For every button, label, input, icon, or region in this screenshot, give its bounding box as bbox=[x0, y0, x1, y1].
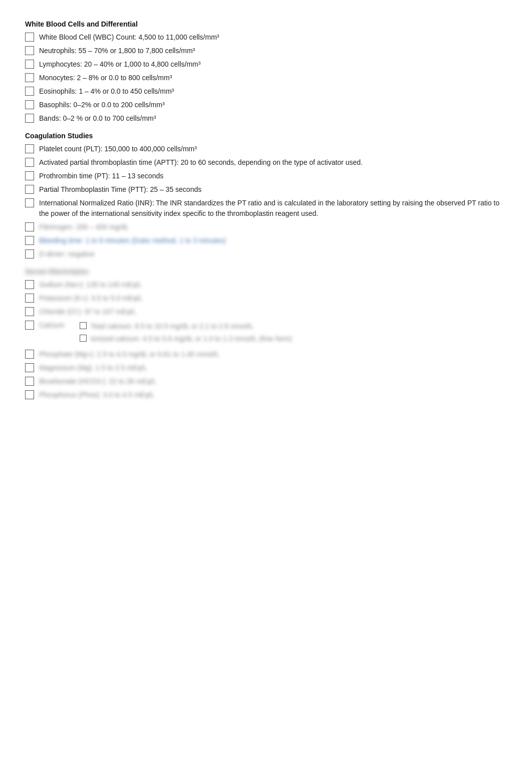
bullet-icon bbox=[25, 294, 34, 303]
sub-list-item: Ionized calcium: 4.5 to 5.6 mg/dL or 1.0… bbox=[80, 334, 507, 344]
list-item: International Normalized Ratio (INR): Th… bbox=[25, 198, 507, 219]
wbc-list: White Blood Cell (WBC) Count: 4,500 to 1… bbox=[25, 32, 507, 124]
bullet-icon bbox=[25, 280, 34, 289]
item-text: Lymphocytes: 20 – 40% or 1,000 to 4,800 … bbox=[39, 59, 507, 70]
item-text-blurred: Ionized calcium: 4.5 to 5.6 mg/dL or 1.0… bbox=[91, 334, 507, 344]
bullet-icon bbox=[25, 363, 34, 372]
item-text-blurred: Phosphate (Mg+): 2.5 to 4.5 mg/dL or 0.8… bbox=[39, 349, 507, 360]
list-item: Neutrophils: 55 – 70% or 1,800 to 7,800 … bbox=[25, 46, 507, 56]
item-text: Bands: 0–2 % or 0.0 to 700 cells/mm³ bbox=[39, 113, 507, 124]
bullet-icon bbox=[25, 307, 34, 316]
bullet-icon bbox=[25, 377, 34, 386]
blurred-list: Sodium (Na+): 135 to 145 mEq/L Potassium… bbox=[25, 280, 507, 400]
bullet-icon bbox=[25, 350, 34, 359]
list-item: Sodium (Na+): 135 to 145 mEq/L bbox=[25, 280, 507, 290]
item-text: White Blood Cell (WBC) Count: 4,500 to 1… bbox=[39, 32, 507, 43]
list-item: Platelet count (PLT): 150,000 to 400,000… bbox=[25, 144, 507, 154]
item-text: Prothrombin time (PT): 11 – 13 seconds bbox=[39, 171, 507, 181]
list-item: Fibrinogen: 200 – 400 mg/dL bbox=[25, 222, 507, 232]
sub-list-item: Total calcium: 8.5 to 10.5 mg/dL or 2.1 … bbox=[80, 321, 507, 332]
list-item: Phosphorus (Phos): 3.0 to 4.5 mEq/L bbox=[25, 390, 507, 400]
item-text: Partial Thromboplastin Time (PTT): 25 – … bbox=[39, 184, 507, 195]
list-item: Chloride (Cl-): 97 to 107 mEq/L bbox=[25, 307, 507, 317]
item-text-blurred: Potassium (K+): 3.5 to 5.0 mEq/L bbox=[39, 293, 507, 304]
coag-section: Coagulation Studies Platelet count (PLT)… bbox=[25, 132, 507, 259]
item-text-blurred: Chloride (Cl-): 97 to 107 mEq/L bbox=[39, 307, 507, 317]
bullet-icon bbox=[25, 114, 34, 123]
item-text-blurred: Sodium (Na+): 135 to 145 mEq/L bbox=[39, 280, 507, 290]
bullet-icon bbox=[25, 236, 34, 245]
bullet-icon bbox=[25, 60, 34, 69]
item-text-blurred: Phosphorus (Phos): 3.0 to 4.5 mEq/L bbox=[39, 390, 507, 400]
bullet-icon bbox=[25, 222, 34, 231]
coag-section-title: Coagulation Studies bbox=[25, 132, 507, 140]
bullet-icon bbox=[25, 46, 34, 55]
wbc-section: White Blood Cells and Differential White… bbox=[25, 20, 507, 124]
list-item: Bands: 0–2 % or 0.0 to 700 cells/mm³ bbox=[25, 113, 507, 124]
bullet-icon bbox=[25, 144, 34, 153]
list-item: White Blood Cell (WBC) Count: 4,500 to 1… bbox=[25, 32, 507, 43]
bullet-icon bbox=[25, 87, 34, 96]
item-text: International Normalized Ratio (INR): Th… bbox=[39, 198, 507, 219]
item-text-blurred: Bicarbonate (HCO3-): 22 to 26 mEq/L bbox=[39, 376, 507, 387]
blurred-section-title: Serum Electrolytes bbox=[25, 268, 89, 276]
bullet-icon bbox=[25, 390, 34, 399]
item-text-blurred: Magnesium (Mg): 1.5 to 2.5 mEq/L bbox=[39, 363, 507, 373]
bullet-icon bbox=[25, 185, 34, 194]
item-text-blurred: Fibrinogen: 200 – 400 mg/dL bbox=[39, 222, 507, 232]
item-text: Basophils: 0–2% or 0.0 to 200 cells/mm³ bbox=[39, 100, 507, 110]
item-text: Eosinophils: 1 – 4% or 0.0 to 450 cells/… bbox=[39, 86, 507, 97]
item-text-blurred: Total calcium: 8.5 to 10.5 mg/dL or 2.1 … bbox=[91, 321, 507, 332]
bullet-icon bbox=[25, 73, 34, 82]
list-item: Bleeding time: 1 to 9 minutes (Duke meth… bbox=[25, 235, 507, 246]
bullet-icon bbox=[25, 321, 34, 330]
bullet-icon bbox=[25, 100, 34, 109]
list-item: Lymphocytes: 20 – 40% or 1,000 to 4,800 … bbox=[25, 59, 507, 70]
wbc-section-title: White Blood Cells and Differential bbox=[25, 20, 507, 28]
list-item: Activated partial thromboplastin time (A… bbox=[25, 157, 507, 168]
bullet-icon bbox=[25, 158, 34, 167]
list-item: Eosinophils: 1 – 4% or 0.0 to 450 cells/… bbox=[25, 86, 507, 97]
item-text-blurred-blue: Bleeding time: 1 to 9 minutes (Duke meth… bbox=[39, 235, 507, 246]
item-text: Platelet count (PLT): 150,000 to 400,000… bbox=[39, 144, 507, 154]
item-text: Monocytes: 2 – 8% or 0.0 to 800 cells/mm… bbox=[39, 73, 507, 83]
list-item: Partial Thromboplastin Time (PTT): 25 – … bbox=[25, 184, 507, 195]
list-item: Potassium (K+): 3.5 to 5.0 mEq/L bbox=[25, 293, 507, 304]
blurred-section: Serum Electrolytes Sodium (Na+): 135 to … bbox=[25, 268, 507, 400]
list-item: D-dimer: negative bbox=[25, 249, 507, 259]
list-item: Prothrombin time (PT): 11 – 13 seconds bbox=[25, 171, 507, 181]
page-content: White Blood Cells and Differential White… bbox=[25, 20, 507, 400]
list-item: Magnesium (Mg): 1.5 to 2.5 mEq/L bbox=[25, 363, 507, 373]
list-item: Monocytes: 2 – 8% or 0.0 to 800 cells/mm… bbox=[25, 73, 507, 83]
sub-bullet-icon bbox=[80, 335, 87, 342]
sub-bullet-icon bbox=[80, 322, 87, 329]
list-item: Basophils: 0–2% or 0.0 to 200 cells/mm³ bbox=[25, 100, 507, 110]
item-text-blurred: Calcium bbox=[39, 320, 65, 331]
item-text: Activated partial thromboplastin time (A… bbox=[39, 157, 507, 168]
bullet-icon bbox=[25, 249, 34, 258]
coag-list: Platelet count (PLT): 150,000 to 400,000… bbox=[25, 144, 507, 259]
bullet-icon bbox=[25, 171, 34, 180]
list-item: Calcium Total calcium: 8.5 to 10.5 mg/dL… bbox=[25, 320, 507, 346]
item-text-blurred: D-dimer: negative bbox=[39, 249, 507, 259]
list-item: Bicarbonate (HCO3-): 22 to 26 mEq/L bbox=[25, 376, 507, 387]
item-text: Neutrophils: 55 – 70% or 1,800 to 7,800 … bbox=[39, 46, 507, 56]
list-item: Phosphate (Mg+): 2.5 to 4.5 mg/dL or 0.8… bbox=[25, 349, 507, 360]
bullet-icon bbox=[25, 33, 34, 42]
bullet-icon bbox=[25, 198, 34, 207]
